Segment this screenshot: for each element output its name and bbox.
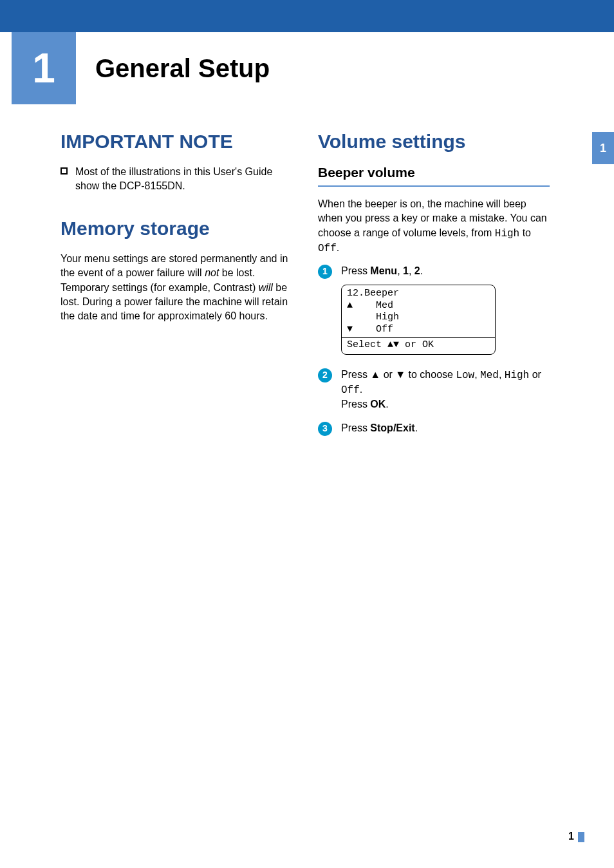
text-mono-low: Low (456, 370, 474, 381)
left-column: IMPORTANT NOTE Most of the illustrations… (60, 130, 292, 445)
text: Press ▲ or ▼ to choose (341, 369, 456, 380)
right-column: Volume settings Beeper volume When the b… (318, 130, 550, 445)
text: Press (341, 422, 370, 433)
key-stop-exit: Stop/Exit (370, 422, 414, 433)
text: , (397, 265, 403, 276)
key-menu: Menu (370, 265, 397, 276)
text-mono-off: Off (341, 384, 360, 396)
text: . (420, 265, 423, 276)
text-mono-high: High (505, 370, 529, 381)
important-note-text: Most of the illustrations in this User's… (75, 165, 292, 194)
chapter-title: General Setup (95, 54, 270, 83)
lcd-select-line: Select ▲▼ or OK (347, 339, 490, 352)
content-area: IMPORTANT NOTE Most of the illustrations… (0, 130, 614, 445)
step-number-3: 3 (318, 422, 332, 436)
key-2: 2 (414, 265, 420, 276)
key-1: 1 (403, 265, 409, 276)
key-ok: OK (370, 399, 386, 410)
step-1-content: Press Menu, 1, 2. 12.Beeper ▲ Med High ▼… (341, 264, 550, 359)
memory-storage-heading: Memory storage (60, 217, 292, 240)
text-italic-not: not (205, 267, 219, 278)
important-note-bullet: Most of the illustrations in this User's… (60, 165, 292, 194)
beeper-intro: When the beeper is on, the machine will … (318, 197, 550, 256)
text: . (386, 399, 388, 410)
chapter-number: 1 (32, 44, 55, 92)
text: or (529, 369, 541, 380)
page-number: 1 (568, 831, 574, 842)
step-1: 1 Press Menu, 1, 2. 12.Beeper ▲ Med High… (318, 264, 550, 359)
text: Press (341, 265, 370, 276)
lcd-line-4: ▼ Off (347, 324, 490, 336)
text-italic-will: will (259, 282, 273, 293)
text: , (499, 369, 505, 380)
step-number-1: 1 (318, 265, 332, 279)
lcd-top: 12.Beeper ▲ Med High ▼ Off (342, 285, 495, 337)
page-tab-bottom (578, 832, 584, 842)
step-2: 2 Press ▲ or ▼ to choose Low, Med, High … (318, 368, 550, 412)
text-mono-off: Off (318, 243, 337, 254)
step-2-content: Press ▲ or ▼ to choose Low, Med, High or… (341, 368, 550, 412)
lcd-line-1: 12.Beeper (347, 288, 490, 300)
top-bar (0, 0, 614, 32)
step-number-2: 2 (318, 368, 332, 382)
text: , (409, 265, 414, 276)
text: , (474, 369, 480, 380)
chapter-header: 1 General Setup (12, 32, 614, 104)
chapter-number-box: 1 (12, 32, 76, 104)
beeper-volume-heading: Beeper volume (318, 165, 550, 183)
lcd-line-3: High (347, 312, 490, 324)
text: . (415, 422, 418, 433)
important-note-heading: IMPORTANT NOTE (60, 130, 292, 153)
volume-settings-heading: Volume settings (318, 130, 550, 153)
text: . (337, 242, 339, 253)
page-tab-number: 1 (600, 142, 606, 155)
memory-storage-body: Your menu settings are stored permanentl… (60, 252, 292, 324)
lcd-bottom: Select ▲▼ or OK (342, 337, 495, 354)
text: . (360, 384, 362, 395)
page-side-tab: 1 (592, 132, 614, 164)
subsection-underline (318, 185, 550, 187)
step-3: 3 Press Stop/Exit. (318, 421, 550, 436)
bullet-icon (60, 167, 68, 175)
text-mono-med: Med (480, 370, 499, 381)
text: to (519, 227, 531, 238)
lcd-line-2: ▲ Med (347, 300, 490, 312)
step-3-content: Press Stop/Exit. (341, 421, 550, 436)
text-mono-high: High (495, 228, 519, 240)
lcd-panel: 12.Beeper ▲ Med High ▼ Off Select ▲▼ or … (341, 285, 496, 355)
text: Press (341, 399, 370, 410)
